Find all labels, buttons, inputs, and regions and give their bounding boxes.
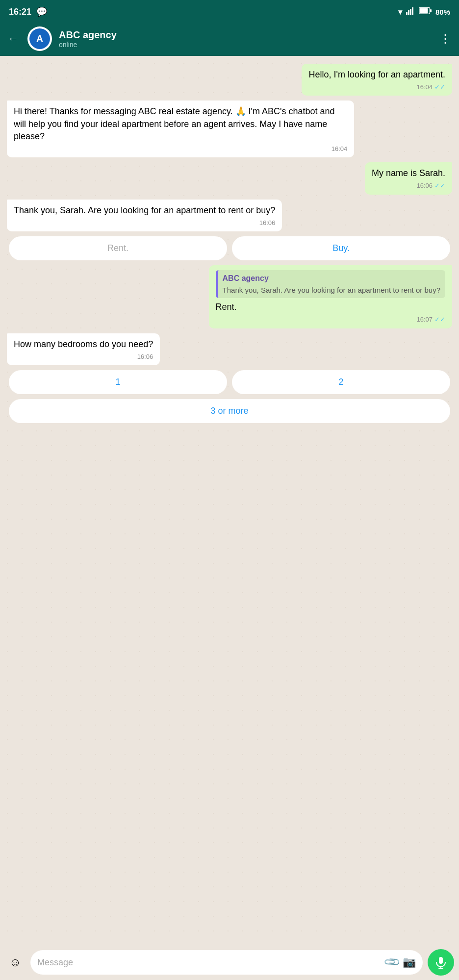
mic-icon [434, 956, 447, 969]
message-text: Hello, I'm looking for an apartment. [308, 70, 445, 79]
avatar-letter: A [36, 33, 43, 45]
wifi-icon: ▾ [398, 7, 402, 17]
message-text: How many bedrooms do you need? [14, 339, 153, 349]
quick-reply-1-bedroom[interactable]: 1 [9, 370, 227, 394]
chat-header: ← A ABC agency online ⋮ [0, 22, 459, 56]
status-time: 16:21 [9, 7, 31, 17]
mic-button[interactable] [428, 949, 454, 976]
input-bar: ☺ 📎 📷 [0, 945, 459, 980]
contact-info[interactable]: ABC agency online [59, 29, 433, 49]
quick-reply-group-bedrooms: 1 2 [7, 370, 452, 394]
read-ticks: ✓✓ [434, 315, 445, 324]
message-row: Hi there! Thanks for messaging ABC real … [7, 101, 452, 157]
svg-rect-5 [430, 9, 432, 12]
status-right: ▾ 80% [398, 7, 450, 17]
back-button[interactable]: ← [8, 32, 21, 45]
message-time: 16:06 [14, 219, 275, 227]
message-row: Thank you, Sarah. Are you looking for an… [7, 200, 452, 231]
received-bubble: Thank you, Sarah. Are you looking for an… [7, 200, 282, 231]
svg-rect-0 [406, 12, 408, 15]
svg-rect-2 [410, 9, 411, 15]
message-input[interactable] [37, 957, 382, 968]
svg-rect-7 [439, 957, 443, 964]
message-time: 16:04 ✓✓ [308, 83, 445, 92]
sent-bubble: Hello, I'm looking for an apartment. 16:… [302, 64, 452, 96]
quick-reply-rent[interactable]: Rent. [9, 236, 227, 260]
message-text: Thank you, Sarah. Are you looking for an… [14, 205, 275, 215]
contact-name: ABC agency [59, 29, 433, 41]
quick-reply-group-bedrooms-more: 3 or more [7, 399, 452, 423]
battery-percent: 80% [435, 8, 450, 16]
message-text: Rent. [216, 301, 445, 313]
status-left: 16:21 💬 [9, 6, 47, 17]
contact-status: online [59, 41, 433, 49]
quick-reply-3-or-more-bedrooms[interactable]: 3 or more [9, 399, 450, 423]
signal-icon [406, 7, 415, 17]
quick-reply-2-bedrooms[interactable]: 2 [232, 370, 450, 394]
received-bubble: How many bedrooms do you need? 16:06 [7, 333, 160, 365]
message-row: Hello, I'm looking for an apartment. 16:… [7, 64, 452, 96]
whatsapp-status-icon: 💬 [36, 6, 47, 17]
emoji-button[interactable]: ☺ [5, 952, 26, 973]
sent-bubble: My name is Sarah. 16:06 ✓✓ [365, 162, 452, 194]
reply-quote-text: Thank you, Sarah. Are you looking for an… [223, 285, 440, 295]
message-input-wrap: 📎 📷 [30, 950, 423, 975]
menu-button[interactable]: ⋮ [439, 32, 451, 46]
message-time: 16:06 ✓✓ [372, 181, 445, 190]
camera-icon[interactable]: 📷 [403, 956, 416, 969]
message-time: 16:07 ✓✓ [216, 315, 445, 324]
contact-avatar: A [27, 26, 52, 51]
message-text: Hi there! Thanks for messaging ABC real … [14, 106, 335, 141]
battery-icon [419, 7, 432, 16]
message-time: 16:04 [14, 145, 347, 153]
quick-reply-buy[interactable]: Buy. [232, 236, 450, 260]
svg-rect-1 [408, 10, 409, 15]
received-bubble: Hi there! Thanks for messaging ABC real … [7, 101, 354, 157]
message-row: How many bedrooms do you need? 16:06 [7, 333, 452, 365]
svg-rect-6 [419, 8, 428, 14]
chat-area: Hello, I'm looking for an apartment. 16:… [0, 56, 459, 945]
svg-rect-3 [412, 7, 413, 15]
status-bar: 16:21 💬 ▾ 80% [0, 0, 459, 22]
attach-icon[interactable]: 📎 [383, 953, 401, 971]
reply-quote-author: ABC agency [223, 273, 440, 284]
message-time: 16:06 [14, 352, 153, 361]
reply-quote: ABC agency Thank you, Sarah. Are you loo… [216, 270, 445, 298]
message-row: My name is Sarah. 16:06 ✓✓ [7, 162, 452, 194]
read-ticks: ✓✓ [434, 181, 445, 190]
emoji-icon: ☺ [9, 955, 22, 969]
quick-reply-group: Rent. Buy. [7, 236, 452, 260]
message-text: My name is Sarah. [372, 168, 445, 178]
read-ticks: ✓✓ [434, 83, 445, 92]
message-row: ABC agency Thank you, Sarah. Are you loo… [7, 265, 452, 328]
sent-bubble-reply: ABC agency Thank you, Sarah. Are you loo… [209, 265, 452, 328]
